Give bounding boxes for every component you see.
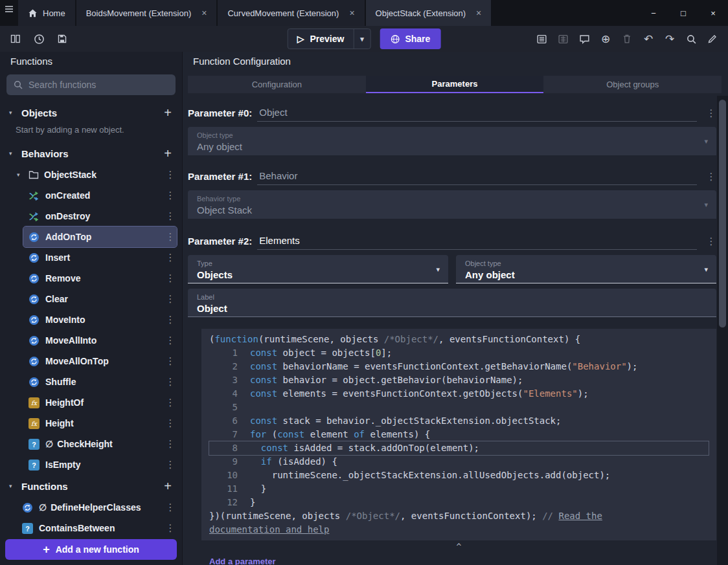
titlebar-tab-home[interactable]: Home <box>18 0 75 26</box>
private-function-icon: ∅ <box>39 502 47 513</box>
history-icon[interactable] <box>30 30 48 48</box>
search-functions-box[interactable] <box>6 74 176 95</box>
share-button[interactable]: Share <box>380 28 440 49</box>
add-free-function-button[interactable]: + <box>164 480 172 493</box>
sidebar-item-addontop[interactable]: AddOnTop⋮ <box>23 227 177 247</box>
sidebar-item-moveinto[interactable]: MoveInto⋮ <box>23 309 177 330</box>
parameter-0-menu-icon[interactable]: ⋮ <box>706 107 716 119</box>
code-editor[interactable]: (function(runtimeScene, objects /*Object… <box>201 329 716 540</box>
item-menu-icon[interactable]: ⋮ <box>165 190 176 201</box>
parameter-2-menu-icon[interactable]: ⋮ <box>706 236 716 247</box>
tab-close-icon[interactable]: × <box>476 8 481 18</box>
menu-icon[interactable] <box>0 0 18 18</box>
item-menu-icon[interactable]: ⋮ <box>165 376 176 388</box>
item-menu-icon[interactable]: ⋮ <box>165 397 176 408</box>
behavior-group-objectstack[interactable]: ▾ ObjectStack ⋮ <box>0 164 182 185</box>
objects-list-icon[interactable] <box>532 30 551 48</box>
tab-label: Home <box>43 8 65 18</box>
functions-section-header[interactable]: ▾ Functions + <box>0 475 182 497</box>
tab-object-groups[interactable]: Object groups <box>543 76 722 93</box>
add-object-button[interactable]: + <box>164 106 172 119</box>
search-icon <box>13 80 23 90</box>
item-menu-icon[interactable]: ⋮ <box>165 293 176 305</box>
behaviors-section-header[interactable]: ▾ Behaviors + <box>0 142 182 164</box>
item-menu-icon[interactable]: ⋮ <box>165 335 176 346</box>
parameter-2-type-select[interactable]: Type Objects ▾ <box>188 255 448 283</box>
sidebar-item-ondestroy[interactable]: onDestroy⋮ <box>23 206 177 227</box>
item-menu-icon[interactable]: ⋮ <box>165 252 176 263</box>
sidebar-item-height[interactable]: fxHeight⋮ <box>23 413 177 434</box>
add-new-function-button[interactable]: + Add a new function <box>5 539 177 560</box>
tab-close-icon[interactable]: × <box>349 8 354 18</box>
documentation-link[interactable]: documentation and help <box>209 524 329 535</box>
add-circle-icon[interactable]: ⊕ <box>597 30 615 48</box>
objects-section-header[interactable]: ▾ Objects + <box>0 102 182 124</box>
redo-icon[interactable]: ↷ <box>661 30 679 48</box>
maximize-button[interactable]: □ <box>668 0 698 26</box>
titlebar-tab-curvedmovement-extension-[interactable]: CurvedMovement (Extension)× <box>218 0 364 26</box>
sidebar-item-moveallontop[interactable]: MoveAllOnTop⋮ <box>23 351 177 371</box>
sidebar-item-clear[interactable]: Clear⋮ <box>23 289 177 309</box>
trash-icon[interactable] <box>618 30 636 48</box>
svg-text:?: ? <box>32 461 36 469</box>
sidebar-item-heightof[interactable]: fxHeightOf⋮ <box>23 392 177 413</box>
tab-parameters[interactable]: Parameters <box>366 76 544 93</box>
parameter-1-name-input[interactable]: Behavior <box>257 170 697 185</box>
preview-dropdown-button[interactable]: ▾ <box>353 29 370 49</box>
tab-configuration[interactable]: Configuration <box>188 76 366 93</box>
titlebar: HomeBoidsMovement (Extension)×CurvedMove… <box>0 0 728 26</box>
comments-icon[interactable] <box>575 30 593 48</box>
documentation-link[interactable]: Read the <box>558 511 602 521</box>
item-menu-icon[interactable]: ⋮ <box>165 355 176 367</box>
tab-close-icon[interactable]: × <box>201 8 207 18</box>
undo-icon[interactable]: ↶ <box>639 30 657 48</box>
item-menu-icon[interactable]: ⋮ <box>165 314 176 326</box>
add-parameter-button[interactable]: Add a parameter <box>209 557 716 565</box>
theme-icon[interactable] <box>703 30 722 48</box>
share-button-label: Share <box>405 34 430 44</box>
item-menu-icon[interactable]: ⋮ <box>165 417 176 429</box>
item-menu-icon[interactable]: ⋮ <box>165 272 176 284</box>
parameter-0-name-input[interactable]: Object <box>257 107 697 122</box>
preview-button[interactable]: ▷ Preview ▾ <box>288 28 371 49</box>
parameter-2-object-type-select[interactable]: Object type Any object ▾ <box>456 255 716 283</box>
line-number: 4 <box>209 387 238 401</box>
parameter-1-behavior-type-select[interactable]: Behavior type Object Stack ▾ <box>188 190 716 219</box>
sidebar-item-moveallinto[interactable]: MoveAllInto⋮ <box>23 330 177 351</box>
add-behavior-button[interactable]: + <box>164 147 172 160</box>
parameter-0-object-type-select[interactable]: Object type Any object ▾ <box>188 127 716 155</box>
sidebar-item-remove[interactable]: Remove⋮ <box>23 268 177 289</box>
minimize-button[interactable]: − <box>639 0 668 26</box>
titlebar-tab-boidsmovement-extension-[interactable]: BoidsMovement (Extension)× <box>76 0 217 26</box>
search-icon[interactable] <box>682 30 700 48</box>
panels-icon[interactable] <box>6 30 25 48</box>
item-menu-icon[interactable]: ⋮ <box>165 210 176 222</box>
close-button[interactable]: × <box>698 0 728 26</box>
sidebar-item-containsbetween[interactable]: ?ContainsBetween⋮ <box>17 518 177 535</box>
sidebar-item-definehelperclasses[interactable]: ∅DefineHelperClasses⋮ <box>17 497 177 518</box>
action-function-icon <box>22 502 33 513</box>
item-menu-icon[interactable]: ⋮ <box>165 522 176 534</box>
scrollbar-thumb[interactable] <box>719 100 726 327</box>
parameter-1-menu-icon[interactable]: ⋮ <box>706 171 716 183</box>
item-menu-icon[interactable]: ⋮ <box>165 502 176 513</box>
parameter-2-name-input[interactable]: Elements <box>257 235 697 250</box>
item-menu-icon[interactable]: ⋮ <box>165 438 176 450</box>
parameter-2-label-field[interactable]: Label Object <box>188 289 716 317</box>
item-menu-icon[interactable]: ⋮ <box>165 459 176 471</box>
group-menu-icon[interactable]: ⋮ <box>165 169 176 181</box>
item-menu-icon[interactable]: ⋮ <box>165 231 176 243</box>
sidebar-item-oncreated[interactable]: onCreated⋮ <box>23 185 177 206</box>
objects-list-alt-icon[interactable] <box>554 30 572 48</box>
save-icon[interactable] <box>53 30 71 48</box>
sidebar-item-isempty[interactable]: ?IsEmpty⋮ <box>23 454 177 475</box>
titlebar-tab-objectstack-extension-[interactable]: ObjectStack (Extension)× <box>366 0 492 26</box>
sidebar-item-insert[interactable]: Insert⋮ <box>23 247 177 268</box>
sidebar-item-shuffle[interactable]: Shuffle⋮ <box>23 371 177 392</box>
sidebar-item-checkheight[interactable]: ?∅CheckHeight⋮ <box>23 434 177 454</box>
behaviors-section-label: Behaviors <box>21 148 158 159</box>
code-line: 10 runtimeScene._objectStackExtension.al… <box>209 469 709 482</box>
search-functions-input[interactable] <box>28 80 169 90</box>
editor-collapse-icon[interactable]: ^ <box>201 542 716 551</box>
main-scrollbar[interactable] <box>717 96 728 565</box>
